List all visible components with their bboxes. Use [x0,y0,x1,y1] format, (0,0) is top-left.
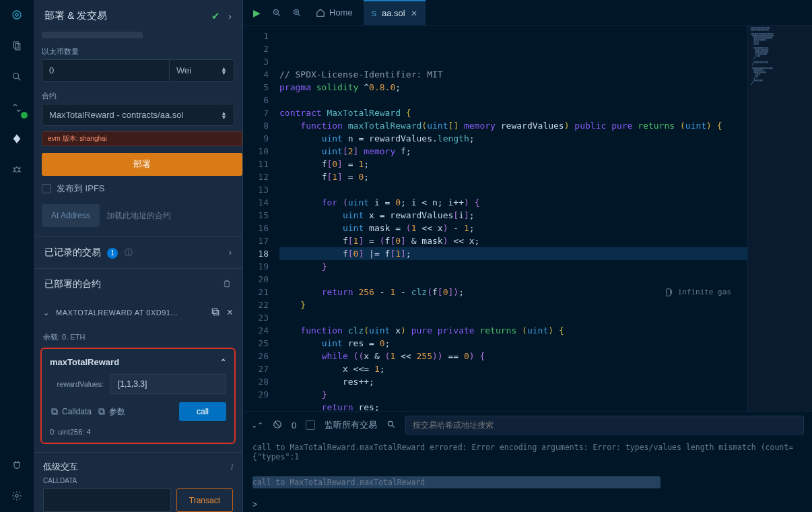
search-icon[interactable] [7,67,26,86]
collapse-icon[interactable]: ⌄⌃ [251,421,263,430]
tab-bar: ▶ Home S aa.sol ✕ [243,0,812,26]
svg-line-7 [13,168,15,169]
info-icon[interactable]: ⓘ [125,248,133,257]
remix-logo-icon[interactable] [7,5,26,24]
call-result: 0: uint256: 4 [50,428,226,436]
ether-value-input[interactable] [42,59,170,82]
svg-point-29 [388,421,393,426]
code-editor[interactable]: infinite gas // SPDX-License-Identifier:… [279,26,747,411]
calldata-input[interactable] [43,488,171,512]
panel-title: 部署 & 发交易 [44,9,107,22]
contract-select[interactable]: MaxTotalReward - contracts/aa.sol ▲▼ [42,104,234,126]
trash-icon[interactable] [222,279,232,290]
chevron-up-icon[interactable]: ⌃ [220,358,226,366]
svg-line-25 [298,13,300,15]
svg-line-30 [393,425,395,427]
ipfs-label: 发布到 IPFS [57,183,105,195]
info-icon[interactable]: i [231,462,233,472]
copy-icon[interactable] [211,307,220,318]
chevron-right-icon[interactable]: › [229,248,232,257]
svg-line-21 [278,13,280,15]
svg-line-5 [18,78,20,80]
zoom-in-icon[interactable] [289,8,305,18]
tab-home[interactable]: Home [309,7,360,18]
copy-calldata[interactable]: Calldata [50,407,92,416]
svg-point-4 [13,73,19,79]
line-gutter: 1234567891011121314151617181920212223242… [243,26,279,411]
solidity-file-icon: S [372,9,376,18]
terminal-prompt[interactable]: > [243,497,812,512]
contract-label: 合约 [34,88,242,104]
svg-line-8 [19,168,21,169]
svg-rect-3 [15,44,20,50]
svg-line-10 [19,170,21,172]
contract-instance-name: MAXTOTALREWARD AT 0XD91... [56,309,204,317]
search-icon[interactable] [386,420,396,431]
contract-balance: 余额: 0. ETH [34,325,242,342]
svg-rect-18 [99,409,103,413]
compiler-icon[interactable] [7,98,26,117]
ether-unit-label: Wei [176,65,191,75]
close-icon[interactable]: ✕ [411,9,417,18]
settings-icon[interactable] [7,486,26,505]
block-icon[interactable] [273,420,282,431]
chevron-updown-icon: ▲▼ [221,67,227,75]
svg-rect-16 [52,409,56,413]
recorded-tx-title: 已记录的交易 [44,247,101,257]
recorded-tx-count: 1 [107,248,118,259]
minimap[interactable]: ████ ████████████████ ██████ ████████ ██… [747,26,812,411]
svg-point-12 [15,494,18,497]
deploy-run-icon[interactable] [7,129,26,148]
calldata-label: CALLDATA [43,477,233,484]
tab-active[interactable]: S aa.sol ✕ [364,0,426,25]
chevron-right-icon[interactable]: › [228,10,232,22]
terminal-output[interactable]: call to MaxTotalReward.maxTotalReward er… [243,439,812,497]
chevron-down-icon[interactable]: ⌄ [43,309,49,317]
file-explorer-icon[interactable] [7,36,26,55]
transact-button[interactable]: Transact [176,488,233,512]
ether-label: 以太币数量 [34,44,242,59]
svg-point-22 [294,9,298,14]
svg-line-9 [13,170,15,172]
plugin-icon[interactable] [7,455,26,474]
editor-area: ▶ Home S aa.sol ✕ 1234567891011121314151… [243,0,812,512]
listen-all-checkbox[interactable] [306,420,315,430]
svg-point-19 [273,9,278,14]
param-label: rewardValues: [50,380,104,388]
call-button[interactable]: call [179,402,226,421]
zoom-out-icon[interactable] [269,8,285,18]
pending-count: 0 [292,420,296,430]
ipfs-checkbox[interactable] [42,184,51,193]
at-address-placeholder: 加载此地址的合约 [106,210,171,222]
svg-rect-2 [13,42,18,48]
run-icon[interactable]: ▶ [248,7,265,18]
debugger-icon[interactable] [7,160,26,179]
ether-unit-select[interactable]: Wei ▲▼ [170,59,234,82]
terminal-line: call to MaxTotalReward.maxTotalReward er… [252,443,803,461]
svg-point-6 [15,168,20,172]
evm-version-tag: evm 版本: shanghai [42,131,242,146]
copy-params[interactable]: 参数 [97,406,125,418]
terminal: ⌄⌃ 0 监听所有交易 call to MaxTotalReward.maxTo… [243,411,812,512]
function-card: maxTotalReward ⌃ rewardValues: Calldata … [40,348,236,444]
terminal-search-input[interactable] [405,416,804,435]
listen-all-label: 监听所有交易 [325,419,377,431]
param-input[interactable] [110,374,226,394]
deployed-contracts-title: 已部署的合约 [44,278,101,290]
contract-select-value: MaxTotalReward - contracts/aa.sol [49,110,183,120]
deploy-button[interactable]: 部署 [42,153,242,176]
svg-point-0 [13,11,21,19]
terminal-line: call to MaxTotalReward.maxTotalReward [252,476,661,488]
svg-point-27 [274,420,281,428]
svg-rect-15 [53,410,57,414]
svg-rect-13 [213,311,218,315]
svg-point-1 [15,13,18,16]
svg-line-28 [275,421,280,426]
close-icon[interactable]: × [227,307,233,319]
lowlevel-title: 低级交互 [43,461,78,473]
at-address-button[interactable]: At Address [42,204,100,227]
icon-rail [0,0,34,512]
check-icon[interactable]: ✔ [211,10,220,22]
chevron-updown-icon: ▲▼ [221,111,227,119]
tab-active-label: aa.sol [382,8,405,18]
